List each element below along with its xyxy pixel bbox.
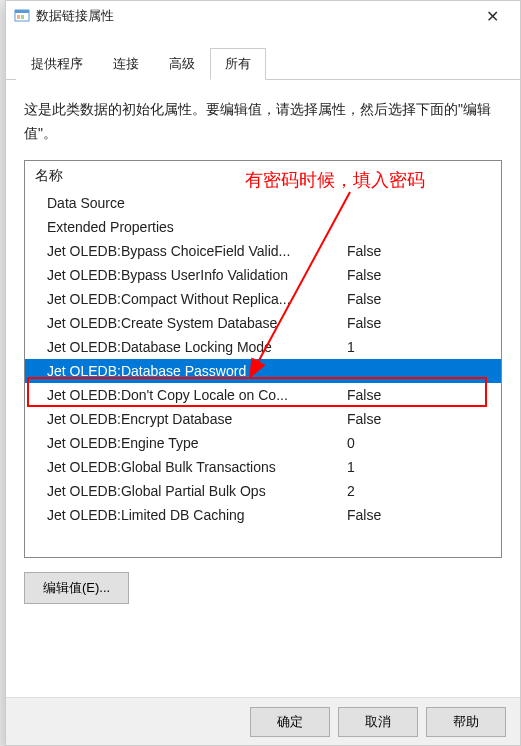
property-row[interactable]: Data Source — [25, 191, 501, 215]
properties-listbox: 名称 Data SourceExtended PropertiesJet OLE… — [24, 160, 502, 558]
property-row[interactable]: Jet OLEDB:Global Partial Bulk Ops2 — [25, 479, 501, 503]
property-value — [347, 195, 491, 211]
property-row[interactable]: Jet OLEDB:Bypass UserInfo ValidationFals… — [25, 263, 501, 287]
property-name: Extended Properties — [47, 219, 347, 235]
property-row[interactable]: Jet OLEDB:Global Bulk Transactions1 — [25, 455, 501, 479]
app-icon — [14, 8, 30, 24]
edit-button-row: 编辑值(E)... — [24, 572, 502, 604]
ok-button[interactable]: 确定 — [250, 707, 330, 737]
property-row[interactable]: Jet OLEDB:Engine Type0 — [25, 431, 501, 455]
data-link-properties-dialog: 数据链接属性 ✕ 提供程序 连接 高级 所有 这是此类数据的初始化属性。要编辑值… — [5, 0, 521, 746]
property-value: False — [347, 387, 491, 403]
cancel-button[interactable]: 取消 — [338, 707, 418, 737]
property-row[interactable]: Extended Properties — [25, 215, 501, 239]
property-value: 2 — [347, 483, 491, 499]
window-title: 数据链接属性 — [36, 7, 472, 25]
instructions-text: 这是此类数据的初始化属性。要编辑值，请选择属性，然后选择下面的"编辑值"。 — [24, 98, 502, 146]
property-value: False — [347, 315, 491, 331]
property-row[interactable]: Jet OLEDB:Database Password — [25, 359, 501, 383]
property-value — [347, 219, 491, 235]
property-name: Data Source — [47, 195, 347, 211]
property-name: Jet OLEDB:Don't Copy Locale on Co... — [47, 387, 347, 403]
close-button[interactable]: ✕ — [472, 2, 512, 30]
svg-rect-3 — [21, 15, 24, 19]
property-row[interactable]: Jet OLEDB:Encrypt DatabaseFalse — [25, 407, 501, 431]
property-value: 1 — [347, 459, 491, 475]
property-name: Jet OLEDB:Bypass UserInfo Validation — [47, 267, 347, 283]
property-name: Jet OLEDB:Limited DB Caching — [47, 507, 347, 523]
property-value: False — [347, 243, 491, 259]
svg-rect-1 — [15, 10, 29, 13]
property-value: 1 — [347, 339, 491, 355]
help-button[interactable]: 帮助 — [426, 707, 506, 737]
property-name: Jet OLEDB:Global Partial Bulk Ops — [47, 483, 347, 499]
property-row[interactable]: Jet OLEDB:Bypass ChoiceField Valid...Fal… — [25, 239, 501, 263]
svg-rect-2 — [17, 15, 20, 19]
tab-connection[interactable]: 连接 — [98, 48, 154, 80]
dialog-footer: 确定 取消 帮助 — [6, 697, 520, 745]
property-value: False — [347, 411, 491, 427]
property-name: Jet OLEDB:Database Password — [47, 363, 347, 379]
property-value: 0 — [347, 435, 491, 451]
tab-all[interactable]: 所有 — [210, 48, 266, 80]
property-value: False — [347, 267, 491, 283]
property-row[interactable]: Jet OLEDB:Don't Copy Locale on Co...Fals… — [25, 383, 501, 407]
property-name: Jet OLEDB:Database Locking Mode — [47, 339, 347, 355]
edit-value-button[interactable]: 编辑值(E)... — [24, 572, 129, 604]
tab-content: 这是此类数据的初始化属性。要编辑值，请选择属性，然后选择下面的"编辑值"。 名称… — [6, 80, 520, 618]
property-name: Jet OLEDB:Create System Database — [47, 315, 347, 331]
properties-scroll[interactable]: Data SourceExtended PropertiesJet OLEDB:… — [25, 191, 501, 557]
property-name: Jet OLEDB:Engine Type — [47, 435, 347, 451]
property-value — [347, 363, 491, 379]
property-name: Jet OLEDB:Bypass ChoiceField Valid... — [47, 243, 347, 259]
property-row[interactable]: Jet OLEDB:Create System DatabaseFalse — [25, 311, 501, 335]
property-row[interactable]: Jet OLEDB:Limited DB CachingFalse — [25, 503, 501, 527]
property-row[interactable]: Jet OLEDB:Compact Without Replica...Fals… — [25, 287, 501, 311]
tab-provider[interactable]: 提供程序 — [16, 48, 98, 80]
tab-strip: 提供程序 连接 高级 所有 — [6, 43, 520, 80]
property-value: False — [347, 507, 491, 523]
property-row[interactable]: Jet OLEDB:Database Locking Mode1 — [25, 335, 501, 359]
property-name: Jet OLEDB:Compact Without Replica... — [47, 291, 347, 307]
property-value: False — [347, 291, 491, 307]
tab-advanced[interactable]: 高级 — [154, 48, 210, 80]
property-name: Jet OLEDB:Encrypt Database — [47, 411, 347, 427]
property-name: Jet OLEDB:Global Bulk Transactions — [47, 459, 347, 475]
list-header-name: 名称 — [25, 161, 501, 189]
titlebar: 数据链接属性 ✕ — [6, 1, 520, 31]
